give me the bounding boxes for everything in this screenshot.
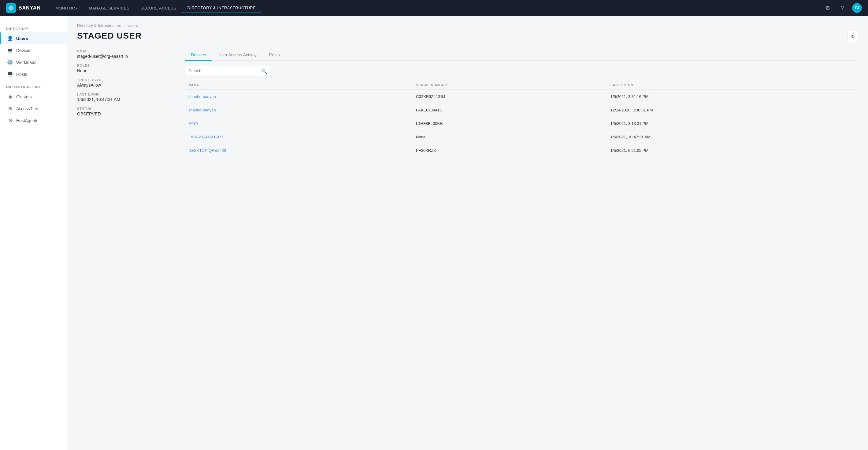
- device-serial-cell: L1HF8BL00KH: [412, 117, 607, 131]
- sidebar-infra-label: INFRASTRUCTURE: [0, 83, 67, 91]
- user-info-panel: EMAIL staged-user@org-saasrt.io ROLES No…: [77, 49, 175, 157]
- nav-directory[interactable]: DIRECTORY & INFRASTRUCTURE: [182, 3, 260, 13]
- table-row: YAYA L1HF8BL00KH 1/5/2021, 3:13:31 PM: [185, 117, 858, 131]
- email-value: staged-user@org-saasrt.io: [77, 54, 175, 59]
- sidebar-directory-label: DIRECTORY: [0, 25, 67, 32]
- breadcrumb-sep-1: ›: [124, 23, 125, 28]
- table-row: shaobo-banyan FAKE0989415 12/14/2020, 3:…: [185, 104, 858, 117]
- nav-manage-services[interactable]: MANAGE SERVICES: [84, 3, 134, 13]
- nav-items: MONITOR MANAGE SERVICES SECURE ACCESS DI…: [51, 3, 823, 13]
- table-header: NAME SERIAL NUMBER LAST LOGIN: [185, 81, 858, 90]
- status-label: STATUS: [77, 107, 175, 111]
- status-row: STATUS OBSERVED: [77, 107, 175, 116]
- devices-icon: 💻: [7, 48, 13, 53]
- sidebar-item-access-tiers[interactable]: ⊞ AccessTiers: [0, 103, 67, 114]
- device-name-cell: FARAZJAMALB971: [185, 131, 412, 144]
- sidebar-item-clusters[interactable]: ◈ Clusters: [0, 91, 67, 103]
- device-name-cell: shaobo-banyan: [185, 90, 412, 104]
- logo-icon: ⊕: [6, 3, 16, 13]
- breadcrumb-sep-2: ›: [141, 23, 142, 28]
- device-last-login-cell: 1/5/2021, 6:51:05 PM: [607, 144, 858, 157]
- user-avatar[interactable]: FJ: [852, 3, 862, 13]
- search-icon[interactable]: 🔍: [261, 68, 267, 74]
- sidebar-clusters-label: Clusters: [16, 94, 32, 99]
- nav-monitor[interactable]: MONITOR: [51, 3, 83, 13]
- host-agents-icon: ⊛: [7, 117, 13, 123]
- breadcrumb-dir-infra[interactable]: Directory & Infrastructure: [77, 23, 121, 28]
- device-last-login-cell: 1/5/2021, 3:31:16 PM: [607, 90, 858, 104]
- main-layout: DIRECTORY 👤 Users 💻 Devices ⚙️ Workloads…: [0, 16, 868, 450]
- sidebar-hosts-label: Hosts: [16, 72, 27, 77]
- page-header: STAGED USER ↻: [77, 31, 858, 42]
- device-name-cell: DESKTOP-QRE2408: [185, 144, 412, 157]
- devices-table: NAME SERIAL NUMBER LAST LOGIN shaobo-ban…: [185, 81, 858, 157]
- settings-icon[interactable]: ⚙: [823, 3, 833, 13]
- col-name: NAME: [185, 81, 412, 90]
- trustlevel-value: AlwaysAllow: [77, 83, 175, 88]
- breadcrumb: Directory & Infrastructure › Users ›: [77, 23, 858, 28]
- status-value: OBSERVED: [77, 111, 175, 116]
- trustlevel-label: TRUSTLEVEL: [77, 78, 175, 82]
- page-title: STAGED USER: [77, 31, 142, 41]
- hosts-icon: 🖥️: [7, 71, 13, 77]
- sidebar-item-devices[interactable]: 💻 Devices: [0, 45, 67, 56]
- device-last-login-cell: 12/14/2020, 3:30:31 PM: [607, 104, 858, 117]
- tab-roles[interactable]: Roles: [263, 49, 286, 61]
- device-serial-cell: PF20XRZX: [412, 144, 607, 157]
- tabs: Devices User Access Activity Roles: [185, 49, 858, 61]
- device-name-cell: shaobo-banyan: [185, 104, 412, 117]
- search-container: 🔍: [185, 66, 270, 76]
- device-name-link[interactable]: DESKTOP-QRE2408: [188, 148, 226, 153]
- clusters-icon: ◈: [7, 94, 13, 100]
- sidebar-item-workloads[interactable]: ⚙️ Workloads: [0, 56, 67, 68]
- device-serial-cell: C02XR5Z4JG5J: [412, 90, 607, 104]
- breadcrumb-users[interactable]: Users: [128, 23, 138, 28]
- device-name-cell: YAYA: [185, 117, 412, 131]
- workloads-icon: ⚙️: [7, 59, 13, 65]
- nav-secure-access[interactable]: SECURE ACCESS: [135, 3, 181, 13]
- refresh-button[interactable]: ↻: [847, 31, 858, 42]
- col-serial: SERIAL NUMBER: [412, 81, 607, 90]
- sidebar-item-hosts[interactable]: 🖥️ Hosts: [0, 68, 67, 80]
- app-logo[interactable]: ⊕ BANYAN: [6, 3, 41, 13]
- device-last-login-cell: 1/5/2021, 3:13:31 PM: [607, 117, 858, 131]
- users-icon: 👤: [7, 35, 13, 41]
- help-icon[interactable]: ?: [837, 3, 847, 13]
- tab-devices[interactable]: Devices: [185, 49, 212, 61]
- table-row: shaobo-banyan C02XR5Z4JG5J 1/5/2021, 3:3…: [185, 90, 858, 104]
- search-input[interactable]: [185, 66, 270, 76]
- roles-value: None: [77, 68, 175, 73]
- tab-user-access-activity[interactable]: User Access Activity: [212, 49, 263, 61]
- device-name-link[interactable]: shaobo-banyan: [188, 94, 216, 99]
- last-login-value: 1/6/2021, 10:47:31 AM: [77, 97, 175, 102]
- sidebar-users-label: Users: [16, 36, 28, 41]
- device-name-link[interactable]: FARAZJAMALB971: [188, 135, 223, 139]
- device-serial-cell: FAKE0989415: [412, 104, 607, 117]
- main-content: Directory & Infrastructure › Users › STA…: [67, 16, 868, 450]
- sidebar-item-host-agents[interactable]: ⊛ HostAgents: [0, 114, 67, 126]
- sidebar-item-users[interactable]: 👤 Users: [0, 32, 67, 45]
- device-name-link[interactable]: shaobo-banyan: [188, 108, 216, 112]
- sidebar: DIRECTORY 👤 Users 💻 Devices ⚙️ Workloads…: [0, 16, 67, 450]
- last-login-row: LAST LOGIN 1/6/2021, 10:47:31 AM: [77, 92, 175, 102]
- col-last-login: LAST LOGIN: [607, 81, 858, 90]
- top-nav: ⊕ BANYAN MONITOR MANAGE SERVICES SECURE …: [0, 0, 868, 16]
- sidebar-host-agents-label: HostAgents: [16, 118, 38, 123]
- device-name-link[interactable]: YAYA: [188, 121, 198, 126]
- app-name: BANYAN: [18, 5, 41, 11]
- roles-row: ROLES None: [77, 64, 175, 73]
- last-login-label: LAST LOGIN: [77, 92, 175, 96]
- trustlevel-row: TRUSTLEVEL AlwaysAllow: [77, 78, 175, 88]
- sidebar-devices-label: Devices: [16, 48, 31, 53]
- email-label: EMAIL: [77, 49, 175, 53]
- table-row: DESKTOP-QRE2408 PF20XRZX 1/5/2021, 6:51:…: [185, 144, 858, 157]
- content-grid: EMAIL staged-user@org-saasrt.io ROLES No…: [77, 49, 858, 157]
- tabs-container: Devices User Access Activity Roles 🔍 NAM…: [185, 49, 858, 157]
- device-serial-cell: None: [412, 131, 607, 144]
- table-row: FARAZJAMALB971 None 1/6/2021, 10:47:31 A…: [185, 131, 858, 144]
- sidebar-workloads-label: Workloads: [16, 60, 36, 65]
- table-body: shaobo-banyan C02XR5Z4JG5J 1/5/2021, 3:3…: [185, 90, 858, 157]
- email-row: EMAIL staged-user@org-saasrt.io: [77, 49, 175, 59]
- device-last-login-cell: 1/6/2021, 10:47:31 AM: [607, 131, 858, 144]
- nav-right: ⚙ ? FJ: [823, 3, 862, 13]
